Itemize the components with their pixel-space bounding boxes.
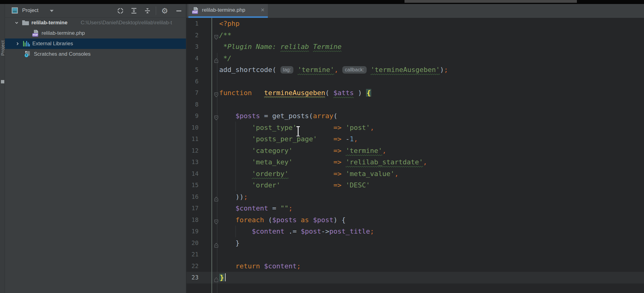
gutter bbox=[199, 214, 219, 226]
code-text[interactable]: } bbox=[219, 237, 239, 249]
locate-icon[interactable] bbox=[116, 7, 124, 15]
gutter bbox=[199, 260, 219, 272]
gutter bbox=[199, 237, 219, 249]
fold-start-icon[interactable] bbox=[214, 217, 219, 223]
code-line-20[interactable]: 20 } bbox=[187, 237, 644, 249]
code-line-22[interactable]: 22 return $content; bbox=[187, 260, 644, 272]
code-text[interactable]: $content .= $post->post_title; bbox=[219, 226, 374, 237]
code-line-21[interactable]: 21 bbox=[187, 249, 644, 260]
code-line-17[interactable]: 17 $content = ""; bbox=[187, 203, 644, 214]
tree-item-path: C:\Users\Daniel\Desktop\relilab\relilab-… bbox=[81, 20, 172, 26]
code-line-14[interactable]: 14 'orderby' => 'meta_value', bbox=[187, 168, 644, 180]
parameter-hint: callback: bbox=[342, 66, 366, 74]
stripe-project-button[interactable]: Project bbox=[0, 21, 5, 75]
tree-item-external-libraries[interactable]: External Libraries bbox=[5, 38, 186, 49]
code-text[interactable]: $content = ""; bbox=[219, 203, 292, 214]
fold-start-icon[interactable] bbox=[214, 90, 219, 95]
editor-tab-bar: PHP relilab-termine.php ✕ bbox=[187, 4, 644, 18]
code-line-18[interactable]: 18 foreach ($posts as $post) { bbox=[187, 214, 644, 226]
gutter bbox=[199, 76, 219, 87]
collapse-all-icon[interactable] bbox=[143, 7, 151, 15]
tool-window-stripe[interactable]: Project bbox=[0, 4, 5, 293]
titlebar-remnant bbox=[405, 0, 577, 3]
code-text[interactable]: /** bbox=[219, 30, 231, 41]
code-line-11[interactable]: 11 'posts_per_page' => -1, bbox=[187, 133, 644, 145]
code-text[interactable]: add_shortcode( tag: 'termine', callback:… bbox=[219, 64, 448, 76]
code-text[interactable]: return $content; bbox=[219, 260, 301, 272]
project-panel-title[interactable]: Project bbox=[22, 7, 38, 14]
close-icon[interactable]: ✕ bbox=[261, 7, 265, 13]
code-text[interactable]: $posts = get_posts(array( bbox=[219, 110, 337, 122]
chevron-down-icon[interactable] bbox=[50, 10, 54, 12]
line-number: 11 bbox=[187, 133, 199, 145]
code-line-3[interactable]: 3 *Plugin Name: relilab Termine bbox=[187, 41, 644, 53]
code-line-8[interactable]: 8 bbox=[187, 99, 644, 110]
fold-start-icon[interactable] bbox=[214, 33, 219, 38]
code-line-19[interactable]: 19 $content .= $post->post_title; bbox=[187, 226, 644, 237]
gutter bbox=[199, 41, 219, 53]
code-line-4[interactable]: 4 */ bbox=[187, 53, 644, 64]
gutter bbox=[199, 145, 219, 157]
fold-start-icon[interactable] bbox=[214, 113, 219, 118]
code-text[interactable]: )); bbox=[219, 191, 248, 203]
gutter bbox=[199, 156, 219, 168]
fold-end-icon[interactable] bbox=[214, 275, 219, 280]
code-text[interactable]: 'meta_key' => 'relilab_startdate', bbox=[219, 156, 427, 168]
code-line-10[interactable]: 10 'post_type' => 'post', bbox=[187, 122, 644, 134]
code-text[interactable]: } bbox=[219, 272, 226, 283]
code-line-6[interactable]: 6 bbox=[187, 76, 644, 87]
chevron-down-icon[interactable] bbox=[14, 20, 19, 25]
line-number: 19 bbox=[187, 226, 199, 237]
code-editor[interactable]: 1<?php2/**3 *Plugin Name: relilab Termin… bbox=[187, 18, 644, 293]
gutter bbox=[199, 64, 219, 76]
line-number: 22 bbox=[187, 260, 199, 272]
settings-gear-icon[interactable]: ⚙ bbox=[161, 7, 169, 15]
code-line-13[interactable]: 13 'meta_key' => 'relilab_startdate', bbox=[187, 156, 644, 168]
code-text[interactable]: <?php bbox=[219, 18, 239, 30]
expand-all-icon[interactable] bbox=[130, 7, 138, 15]
line-number: 9 bbox=[187, 110, 199, 122]
tree-item-label: relilab-termine.php bbox=[42, 30, 85, 36]
code-line-16[interactable]: 16 )); bbox=[187, 191, 644, 203]
tree-item-scratches-and-consoles[interactable]: Scratches and Consoles bbox=[5, 49, 186, 59]
tree-item-relilab-termine-php[interactable]: PHPrelilab-termine.php bbox=[5, 28, 186, 38]
gutter bbox=[199, 99, 219, 110]
fold-end-icon[interactable] bbox=[214, 240, 219, 246]
fold-end-icon[interactable] bbox=[214, 194, 219, 199]
code-text[interactable]: */ bbox=[219, 53, 231, 64]
code-line-7[interactable]: 7function termineAusgeben( $atts ) { bbox=[187, 87, 644, 99]
line-number: 8 bbox=[187, 99, 199, 110]
gutter bbox=[199, 133, 219, 145]
chevron-right-icon[interactable] bbox=[15, 41, 20, 46]
gutter bbox=[199, 179, 219, 191]
code-text[interactable]: 'posts_per_page' => -1, bbox=[219, 133, 358, 145]
window-top-bar bbox=[0, 0, 644, 4]
code-text[interactable]: 'order' => 'DESC' bbox=[219, 179, 370, 191]
tree-item-relilab-termine[interactable]: relilab-termineC:\Users\Daniel\Desktop\r… bbox=[5, 18, 186, 28]
tab-relilab-termine-php[interactable]: PHP relilab-termine.php ✕ bbox=[188, 4, 268, 18]
code-line-12[interactable]: 12 'category' => 'termine', bbox=[187, 145, 644, 157]
code-line-1[interactable]: 1<?php bbox=[187, 18, 644, 30]
code-text[interactable]: *Plugin Name: relilab Termine bbox=[219, 41, 341, 53]
gutter bbox=[199, 30, 219, 41]
gutter bbox=[199, 249, 219, 260]
fold-end-icon[interactable] bbox=[214, 56, 219, 61]
tab-label: relilab-termine.php bbox=[202, 7, 245, 13]
code-text[interactable]: 'category' => 'termine', bbox=[219, 145, 386, 157]
code-text[interactable]: foreach ($posts as $post) { bbox=[219, 214, 346, 226]
toolbar-separator bbox=[156, 6, 156, 15]
line-number: 6 bbox=[187, 76, 199, 87]
code-line-15[interactable]: 15 'order' => 'DESC' bbox=[187, 179, 644, 191]
code-text[interactable]: 'orderby' => 'meta_value', bbox=[219, 168, 399, 180]
code-line-23[interactable]: 23} bbox=[187, 272, 644, 283]
project-panel-header: Project bbox=[5, 4, 186, 18]
code-text[interactable]: function termineAusgeben( $atts ) { bbox=[219, 87, 371, 99]
code-line-2[interactable]: 2/** bbox=[187, 30, 644, 41]
line-number: 1 bbox=[187, 18, 199, 30]
stripe-tool-icon bbox=[1, 80, 4, 83]
code-line-9[interactable]: 9 $posts = get_posts(array( bbox=[187, 110, 644, 122]
line-number: 18 bbox=[187, 214, 199, 226]
code-line-5[interactable]: 5add_shortcode( tag: 'termine', callback… bbox=[187, 64, 644, 76]
hide-panel-icon[interactable] bbox=[175, 7, 183, 15]
tree-item-label: External Libraries bbox=[32, 41, 73, 47]
